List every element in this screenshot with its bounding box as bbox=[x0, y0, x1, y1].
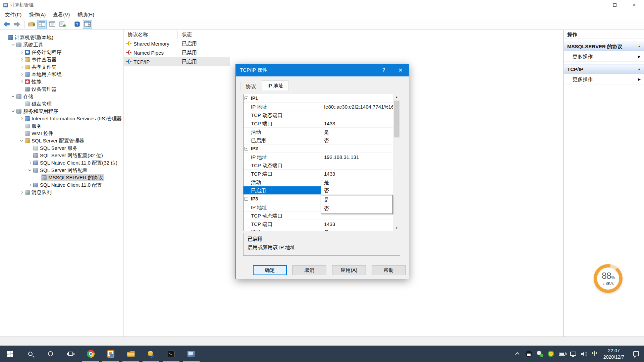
dropdown-option[interactable]: 是 bbox=[321, 195, 392, 204]
chevron-down-icon[interactable] bbox=[10, 109, 16, 114]
collapse-box-icon[interactable] bbox=[245, 197, 248, 201]
tray-button-tray-expand[interactable] bbox=[512, 346, 523, 362]
taskbar-button-cortana[interactable] bbox=[40, 346, 60, 362]
ok-button[interactable]: 确定 bbox=[253, 265, 287, 275]
tray-button-antivirus[interactable]: + bbox=[545, 346, 556, 362]
grid-row[interactable]: 活动是 bbox=[244, 228, 400, 231]
taskbar-button-search[interactable] bbox=[20, 346, 40, 362]
chevron-right-icon[interactable] bbox=[19, 79, 24, 84]
actions-more-item[interactable]: 更多操作▶ bbox=[564, 74, 644, 84]
chevron-right-icon[interactable] bbox=[27, 182, 33, 188]
tree-item[interactable]: 磁盘管理 bbox=[0, 100, 123, 108]
grid-row[interactable]: TCP 端口1433 bbox=[244, 170, 400, 178]
tree-item[interactable]: SQL Server 配置管理器 bbox=[0, 137, 123, 144]
tree-item[interactable]: SQL Server 服务 bbox=[0, 144, 123, 152]
scroll-down-icon[interactable]: ▼ bbox=[393, 225, 400, 231]
toolbar-button-show-action-pane-icon[interactable] bbox=[83, 20, 92, 29]
taskbar-app-command-prompt[interactable]: >_ bbox=[161, 346, 181, 362]
chevron-right-icon[interactable] bbox=[19, 57, 24, 62]
tree-item[interactable]: 系统工具 bbox=[0, 41, 123, 49]
tree-item-content[interactable]: WMI 控件 bbox=[24, 130, 55, 137]
tree-item-content[interactable]: 存储 bbox=[16, 93, 35, 100]
tree-item[interactable]: 本地用户和组 bbox=[0, 71, 123, 78]
grid-row[interactable]: TCP 动态端口 bbox=[244, 111, 400, 119]
tree-item[interactable]: 服务和应用程序 bbox=[0, 108, 123, 115]
column-header-protocol-name[interactable]: 协议名称 bbox=[124, 31, 178, 39]
column-header-status[interactable]: 状态 bbox=[178, 31, 230, 39]
cancel-button[interactable]: 取消 bbox=[292, 265, 326, 275]
tree-item-content[interactable]: 系统工具 bbox=[16, 42, 45, 48]
tray-button-battery[interactable] bbox=[556, 346, 568, 362]
grid-row[interactable]: 已启用否 bbox=[244, 136, 400, 144]
tree-item[interactable]: WMI 控件 bbox=[0, 130, 123, 137]
tree-item-content[interactable]: 设备管理器 bbox=[24, 86, 58, 93]
close-button[interactable]: × bbox=[625, 0, 644, 10]
toolbar-button-show-console-tree-icon[interactable] bbox=[37, 20, 47, 29]
collapse-box-icon[interactable] bbox=[245, 147, 248, 150]
maximize-button[interactable] bbox=[605, 0, 625, 10]
grid-row[interactable]: TCP 端口1433 bbox=[244, 119, 400, 128]
tree-item-content[interactable]: 事件查看器 bbox=[24, 56, 58, 63]
taskbar-app-vmware[interactable] bbox=[101, 346, 121, 362]
grid-row[interactable]: TCP 端口1433 bbox=[244, 220, 400, 228]
tray-button-volume[interactable] bbox=[579, 346, 590, 362]
taskbar-app-chrome[interactable] bbox=[80, 346, 101, 362]
tab-protocol[interactable]: 协议 bbox=[240, 82, 261, 90]
tree-item[interactable]: 消息队列 bbox=[0, 189, 123, 196]
menu-item-h[interactable]: 帮助(H) bbox=[73, 10, 98, 19]
tab-ip-address[interactable]: IP 地址 bbox=[262, 80, 289, 90]
tree-item-content[interactable]: SQL Server 网络配置 bbox=[33, 167, 89, 174]
toolbar-button-properties-icon[interactable] bbox=[48, 20, 57, 29]
grid-row[interactable]: 已启用否▼ bbox=[244, 186, 400, 195]
grid-row[interactable]: IP 地址192.168.31.131 bbox=[244, 153, 400, 161]
tray-button-display[interactable] bbox=[568, 346, 579, 362]
tree-item-content[interactable]: Internet Information Services (IIS)管理器 bbox=[24, 115, 123, 122]
tree-item-content[interactable]: 服务和应用程序 bbox=[16, 108, 60, 115]
tree-item-content[interactable]: 共享文件夹 bbox=[24, 64, 58, 70]
taskbar-button-start[interactable] bbox=[0, 346, 20, 362]
protocol-row[interactable]: Shared Memory已启用 bbox=[124, 39, 230, 48]
grid-section-header[interactable]: IP2 bbox=[244, 144, 400, 153]
grid-row[interactable]: 活动是 bbox=[244, 128, 400, 136]
tree-item-content[interactable]: 磁盘管理 bbox=[24, 101, 53, 107]
taskbar-button-task-view[interactable] bbox=[60, 346, 80, 362]
grid-scrollbar[interactable]: ▲ ▼ bbox=[393, 94, 400, 231]
actions-section-header[interactable]: TCP/IP▲ bbox=[564, 64, 644, 74]
collapse-caret-icon[interactable]: ▲ bbox=[638, 42, 641, 51]
chevron-right-icon[interactable] bbox=[19, 72, 24, 77]
tree-item[interactable]: 共享文件夹 bbox=[0, 63, 123, 71]
collapse-caret-icon[interactable]: ▲ bbox=[638, 64, 641, 74]
tree-item[interactable]: 计算机管理(本地) bbox=[0, 34, 123, 41]
tray-button-qq[interactable] bbox=[523, 346, 534, 362]
chevron-right-icon[interactable] bbox=[19, 64, 24, 70]
tree-item-content[interactable]: SQL Server 配置管理器 bbox=[24, 137, 86, 144]
dialog-help-button[interactable]: ? bbox=[375, 64, 392, 76]
dialog-titlebar[interactable]: TCP/IP 属性 ? ✕ bbox=[236, 64, 409, 76]
toolbar-button-back-icon[interactable] bbox=[2, 20, 11, 29]
tray-button-wechat[interactable] bbox=[534, 346, 545, 362]
chevron-down-icon[interactable] bbox=[27, 168, 33, 173]
tree-item-content[interactable]: 服务 bbox=[24, 123, 43, 129]
tree-item[interactable]: SQL Server 网络配置 bbox=[0, 167, 123, 174]
tree-item[interactable]: 设备管理器 bbox=[0, 85, 123, 93]
tree-item-content[interactable]: 性能 bbox=[24, 78, 43, 85]
chevron-down-icon[interactable] bbox=[10, 94, 16, 99]
tree-item[interactable]: 事件查看器 bbox=[0, 56, 123, 63]
taskbar-app-computer-management[interactable] bbox=[181, 346, 201, 362]
chevron-right-icon[interactable] bbox=[27, 160, 33, 166]
toolbar-button-export-list-icon[interactable] bbox=[58, 20, 67, 29]
menu-item-f[interactable]: 文件(F) bbox=[1, 10, 25, 19]
tree-item[interactable]: SQL Native Client 11.0 配置(32 位) bbox=[0, 159, 123, 167]
tree-item-content[interactable]: 任务计划程序 bbox=[24, 49, 63, 56]
dialog-close-button[interactable]: ✕ bbox=[392, 64, 409, 76]
tree-item[interactable]: 任务计划程序 bbox=[0, 49, 123, 56]
tree-item-content[interactable]: SQL Native Client 11.0 配置 bbox=[33, 182, 103, 188]
apply-button[interactable]: 应用(A) bbox=[332, 265, 366, 275]
minimize-button[interactable] bbox=[586, 0, 605, 10]
tree-item-content[interactable]: 计算机管理(本地) bbox=[8, 34, 55, 41]
action-center-button[interactable] bbox=[628, 346, 644, 362]
chevron-right-icon[interactable] bbox=[19, 50, 24, 55]
chevron-right-icon[interactable] bbox=[19, 190, 24, 195]
tree-item-content[interactable]: 本地用户和组 bbox=[24, 71, 63, 78]
tree-item[interactable]: SQL Server 网络配置(32 位) bbox=[0, 152, 123, 159]
